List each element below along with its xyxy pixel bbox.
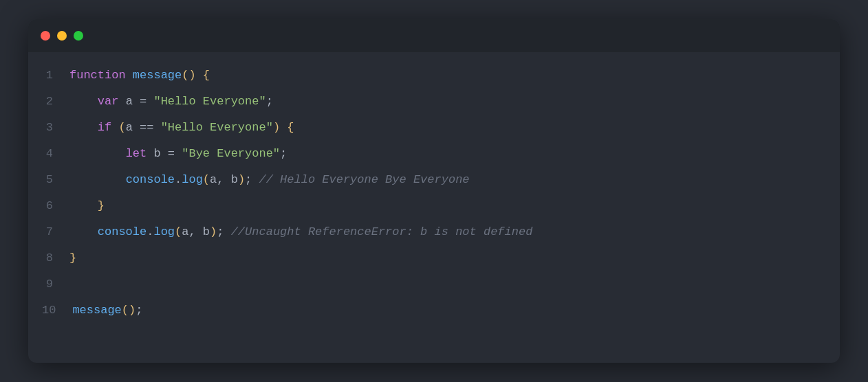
maximize-button[interactable] xyxy=(74,31,83,41)
code-line-2: 2 var a = "Hello Everyone"; xyxy=(28,92,840,118)
code-content: function message() { xyxy=(69,66,210,86)
minimize-button[interactable] xyxy=(57,31,67,41)
code-content: if (a == "Hello Everyone") { xyxy=(69,118,294,138)
line-number: 6 xyxy=(42,199,69,212)
code-line-6: 6 } xyxy=(28,196,840,223)
line-number: 2 xyxy=(42,95,69,108)
code-content: console.log(a, b); // Hello Everyone Bye… xyxy=(69,170,470,190)
code-content: message(); xyxy=(72,301,142,321)
line-number: 5 xyxy=(42,173,69,186)
code-line-7: 7 console.log(a, b); //Uncaught Referenc… xyxy=(28,223,840,249)
code-line-1: 1 function message() { xyxy=(28,66,840,92)
titlebar xyxy=(28,19,840,52)
code-content: } xyxy=(69,249,76,269)
code-line-3: 3 if (a == "Hello Everyone") { xyxy=(28,118,840,144)
line-number: 8 xyxy=(42,251,69,265)
line-number: 4 xyxy=(42,147,69,160)
code-area: 1 function message() { 2 var a = "Hello … xyxy=(28,52,840,363)
code-editor-window: 1 function message() { 2 var a = "Hello … xyxy=(28,19,840,363)
line-number: 1 xyxy=(42,69,69,82)
code-line-10: 10 message(); xyxy=(28,301,840,327)
code-line-9: 9 xyxy=(28,275,840,301)
line-number: 7 xyxy=(42,225,69,238)
line-number: 3 xyxy=(42,121,69,134)
code-content: console.log(a, b); //Uncaught ReferenceE… xyxy=(69,223,532,243)
close-button[interactable] xyxy=(41,31,50,41)
line-number: 10 xyxy=(42,304,72,317)
code-line-4: 4 let b = "Bye Everyone"; xyxy=(28,144,840,170)
code-content: var a = "Hello Everyone"; xyxy=(69,92,273,112)
code-line-8: 8 } xyxy=(28,249,840,275)
code-content xyxy=(69,275,76,295)
code-line-5: 5 console.log(a, b); // Hello Everyone B… xyxy=(28,170,840,196)
code-content: let b = "Bye Everyone"; xyxy=(69,144,287,164)
code-content: } xyxy=(69,196,105,216)
line-number: 9 xyxy=(42,278,69,291)
